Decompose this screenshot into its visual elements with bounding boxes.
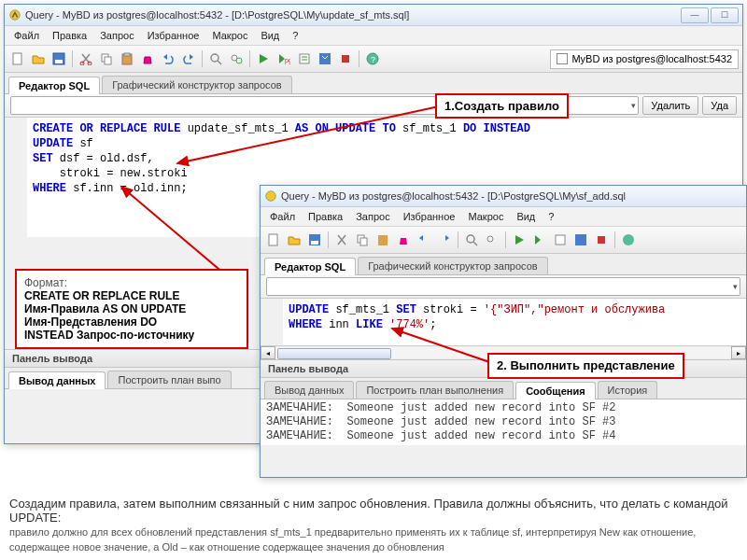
- svg-rect-29: [575, 234, 586, 245]
- stop-icon[interactable]: [592, 231, 611, 249]
- new-icon[interactable]: [8, 49, 27, 68]
- explain-icon[interactable]: [551, 231, 570, 249]
- callout-step1: 1.Создать правило: [435, 93, 569, 119]
- clear-icon[interactable]: [394, 231, 413, 249]
- search-icon[interactable]: [206, 49, 225, 68]
- format-l4: INSTEAD Запрос-по-источнику: [24, 329, 194, 342]
- minimize-button[interactable]: —: [681, 7, 709, 23]
- menu-file[interactable]: Файл: [8, 28, 45, 43]
- tab-query-builder[interactable]: Графический конструктор запросов: [102, 76, 292, 93]
- open-icon[interactable]: [285, 231, 303, 249]
- window-title-2: Query - MyBD из postgres@localhost:5432 …: [281, 190, 742, 202]
- paste-icon[interactable]: [374, 231, 392, 249]
- tab-query-builder[interactable]: Графический конструктор запросов: [358, 257, 548, 274]
- callout-format: Формат: CREATE OR REPLACE RULE Имя-Прави…: [15, 269, 248, 349]
- menubar: Файл Правка Запрос Избранное Макрос Вид …: [5, 26, 742, 46]
- maximize-button[interactable]: ☐: [711, 7, 739, 23]
- paste-icon[interactable]: [118, 49, 136, 68]
- delete-all-button[interactable]: Уда: [702, 96, 737, 115]
- tab-sql-editor[interactable]: Редактор SQL: [264, 258, 356, 275]
- svg-point-12: [236, 58, 242, 63]
- cut-icon[interactable]: [332, 231, 351, 249]
- history-combo[interactable]: [266, 277, 740, 296]
- undo-icon[interactable]: [415, 231, 433, 249]
- menu-file[interactable]: Файл: [264, 209, 301, 224]
- replace-icon[interactable]: [483, 231, 501, 249]
- tab-output-history[interactable]: История: [598, 381, 658, 399]
- editor-tabs: Редактор SQL Графический конструктор зап…: [5, 73, 742, 94]
- save-result-icon[interactable]: [571, 231, 590, 249]
- svg-rect-14: [300, 54, 309, 63]
- svg-rect-24: [360, 238, 367, 245]
- db-label: MyBD из postgres@localhost:5432: [571, 53, 732, 64]
- svg-text:pg: pg: [285, 57, 290, 64]
- sql-editor-2[interactable]: UPDATE sf_mts_1 SET stroki = '{"ЗИП","ре…: [261, 299, 746, 345]
- svg-rect-30: [598, 236, 605, 244]
- cut-icon[interactable]: [77, 49, 95, 68]
- svg-text:?: ?: [371, 55, 375, 64]
- format-l1: CREATE OR REPLACE RULE: [24, 289, 179, 302]
- menu-edit[interactable]: Правка: [303, 209, 348, 224]
- svg-rect-3: [55, 60, 63, 63]
- run-pg-icon[interactable]: pg: [275, 49, 293, 68]
- format-l2: Имя-Правила AS ON UPDATE: [24, 302, 186, 315]
- menu-query[interactable]: Запрос: [350, 209, 395, 224]
- window-title: Query - MyBD из postgres@localhost:5432 …: [25, 9, 681, 21]
- tab-output-plan[interactable]: Построить план выполнения: [356, 381, 514, 399]
- menu-fav[interactable]: Избранное: [142, 28, 205, 43]
- menu-view[interactable]: Вид: [255, 28, 285, 43]
- replace-icon[interactable]: [227, 49, 246, 68]
- titlebar[interactable]: Query - MyBD из postgres@localhost:5432 …: [5, 5, 742, 26]
- copy-icon[interactable]: [97, 49, 116, 68]
- run-pg-icon[interactable]: [530, 231, 549, 249]
- menu-macro[interactable]: Макрос: [206, 28, 253, 43]
- query-toolbar: Удалить Уда: [5, 94, 742, 118]
- menu-macro[interactable]: Макрос: [462, 209, 509, 224]
- menu-help[interactable]: ?: [287, 28, 303, 43]
- svg-rect-22: [311, 241, 318, 245]
- redo-icon[interactable]: [179, 49, 198, 68]
- svg-point-31: [623, 234, 634, 245]
- window-secondary: Query - MyBD из postgres@localhost:5432 …: [260, 185, 747, 478]
- copy-icon[interactable]: [353, 231, 372, 249]
- stop-icon[interactable]: [336, 49, 355, 68]
- menu-view[interactable]: Вид: [511, 209, 541, 224]
- tab-output-data[interactable]: Вывод данных: [264, 381, 354, 399]
- message-row: ЗАМЕЧАНИЕ: Someone just added new record…: [266, 429, 740, 443]
- menu-query[interactable]: Запрос: [94, 28, 139, 43]
- help-icon[interactable]: [619, 231, 638, 249]
- svg-point-10: [211, 54, 218, 62]
- save-result-icon[interactable]: [316, 49, 334, 68]
- output-messages: ЗАМЕЧАНИЕ: Someone just added new record…: [261, 399, 746, 445]
- tab-output-messages[interactable]: Сообщения: [515, 382, 595, 399]
- message-row: ЗАМЕЧАНИЕ: Someone just added new record…: [266, 401, 740, 415]
- menu-fav[interactable]: Избранное: [398, 209, 461, 224]
- run-icon[interactable]: [510, 231, 529, 249]
- open-icon[interactable]: [29, 49, 48, 68]
- svg-point-26: [467, 235, 474, 243]
- redo-icon[interactable]: [435, 231, 454, 249]
- delete-button[interactable]: Удалить: [642, 96, 698, 115]
- titlebar-2[interactable]: Query - MyBD из postgres@localhost:5432 …: [261, 186, 746, 207]
- svg-rect-7: [105, 57, 111, 64]
- scroll-left-icon[interactable]: ◂: [261, 346, 275, 359]
- undo-icon[interactable]: [159, 49, 177, 68]
- svg-rect-28: [556, 235, 565, 245]
- explain-icon[interactable]: [295, 49, 314, 68]
- search-icon[interactable]: [462, 231, 481, 249]
- tab-sql-editor[interactable]: Редактор SQL: [8, 77, 100, 94]
- svg-point-19: [266, 191, 276, 202]
- save-icon[interactable]: [305, 231, 324, 249]
- query-toolbar-2: [261, 275, 746, 299]
- help-icon[interactable]: ?: [363, 49, 382, 68]
- new-icon[interactable]: [264, 231, 283, 249]
- menu-edit[interactable]: Правка: [47, 28, 92, 43]
- tab-output-plan[interactable]: Построить план выпо: [107, 371, 231, 388]
- tab-output-data[interactable]: Вывод данных: [8, 371, 106, 389]
- database-selector[interactable]: MyBD из postgres@localhost:5432: [550, 49, 739, 69]
- menu-help[interactable]: ?: [543, 209, 559, 224]
- scroll-right-icon[interactable]: ▸: [731, 346, 746, 359]
- clear-icon[interactable]: [138, 49, 157, 68]
- run-icon[interactable]: [254, 49, 273, 68]
- save-icon[interactable]: [49, 49, 68, 68]
